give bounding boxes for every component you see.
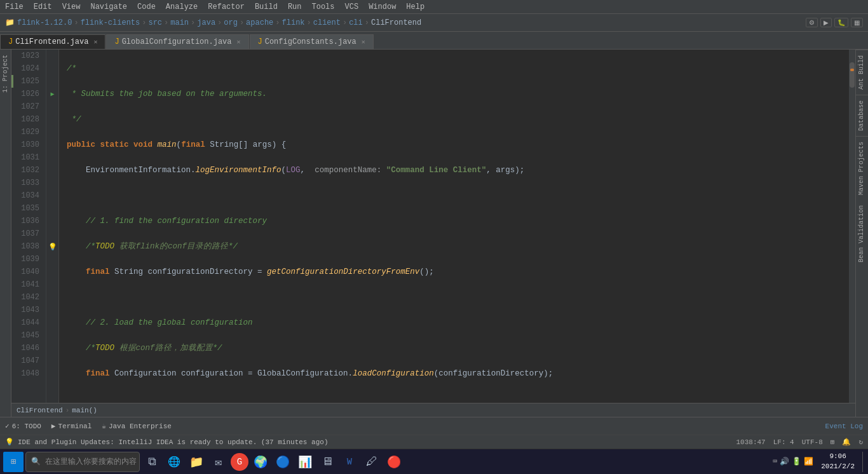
tab-configconstants-label: ConfigConstants.java (265, 37, 356, 46)
breadcrumb-main[interactable]: main (170, 18, 189, 27)
tab-clifrontend[interactable]: J CliFrontend.java ✕ (0, 34, 105, 49)
editor-breadcrumb-method[interactable]: main() (72, 407, 97, 414)
taskbar-search[interactable]: 🔍 在这里输入你要搜索的内容 (25, 452, 140, 472)
taskbar-browser2[interactable]: 🔵 (273, 452, 293, 472)
breadcrumb-apache[interactable]: apache (246, 18, 273, 27)
tab-configconstants-close[interactable]: ✕ (362, 38, 365, 46)
taskbar-start[interactable]: ⊞ (3, 452, 24, 472)
code-line-1032 (64, 291, 849, 304)
toolbar-run-btn[interactable]: ▶ (820, 18, 832, 27)
tab-globalconfig-close[interactable]: ✕ (236, 38, 240, 46)
tray-icon3[interactable]: 🔋 (792, 457, 801, 466)
code-line-1030: /*TODO 获取flink的conf目录的路径*/ (64, 240, 849, 253)
warning-icon[interactable]: 💡 (48, 243, 57, 251)
menu-window[interactable]: Window (363, 1, 401, 13)
breadcrumb-class[interactable]: CliFrontend (371, 18, 421, 27)
taskbar: ⊞ 🔍 在这里输入你要搜索的内容 ⧉ 🌐 📁 ✉ G 🌍 🔵 📊 🖥 W 🖊 🔴… (0, 449, 868, 474)
menu-run[interactable]: Run (283, 1, 307, 13)
right-panel-strip: Ant Build Database Maven Projects Bean V… (855, 50, 868, 417)
terminal-icon: ▶ (51, 422, 56, 430)
tray-icon1[interactable]: ⌨ (773, 457, 777, 466)
code-text[interactable]: /* * Submits the job based on the argume… (59, 50, 849, 403)
taskbar-chrome[interactable]: 🌐 (164, 452, 184, 472)
right-panel-ant[interactable]: Ant Build (856, 50, 868, 95)
breadcrumb-java[interactable]: java (197, 18, 215, 27)
taskbar-app3[interactable]: 🖊 (362, 452, 382, 472)
show-desktop-btn[interactable] (862, 452, 865, 472)
taskbar-g[interactable]: G (231, 453, 248, 471)
toolbar-build-btn[interactable]: ⚙ (806, 18, 818, 27)
tab-configconstants-icon: J (258, 37, 262, 46)
code-line-1034: /*TODO 根据conf路径，加载配置*/ (64, 342, 849, 355)
java-enterprise-icon: ☕ (102, 422, 106, 430)
taskbar-files[interactable]: 📁 (186, 452, 207, 472)
event-log-link[interactable]: Event Log (825, 423, 863, 430)
editor-main[interactable]: 1023 1024 1025 1026 1027 1028 1029 1030 … (11, 50, 855, 417)
menu-file[interactable]: File (0, 1, 29, 13)
tool-java-enterprise[interactable]: ☕ Java Enterprise (102, 422, 172, 430)
menu-analyze[interactable]: Analyze (161, 1, 203, 13)
tab-configconstants[interactable]: J ConfigConstants.java ✕ (250, 34, 374, 49)
icon-gutter: ▶ 💡 (46, 50, 59, 403)
menu-view[interactable]: View (57, 1, 86, 13)
menu-bar: File Edit View Navigate Code Analyze Ref… (0, 0, 868, 14)
main-layout: 1: Project 1023 1024 1025 1026 1027 1028… (0, 50, 868, 417)
run-arrow-icon[interactable]: ▶ (50, 90, 54, 98)
breadcrumb-cli[interactable]: cli (349, 18, 363, 27)
breadcrumb-project[interactable]: flink-1.12.0 (17, 18, 72, 27)
tab-globalconfig[interactable]: J GlobalConfiguration.java ✕ (106, 34, 248, 49)
notification-icons: 🔔 (842, 438, 851, 446)
taskbar-app1[interactable]: 📊 (295, 452, 315, 472)
menu-tools[interactable]: Tools (307, 1, 340, 13)
code-line-1023: /* (64, 62, 849, 75)
code-line-1024: * Submits the job based on the arguments… (64, 88, 849, 100)
tray-icon4[interactable]: 📶 (804, 457, 813, 466)
tab-clifrontend-close[interactable]: ✕ (93, 38, 97, 46)
taskbar-browser[interactable]: 🌍 (250, 452, 271, 472)
menu-edit[interactable]: Edit (29, 1, 57, 13)
ide-icon: 💡 (5, 438, 14, 446)
right-panel-bean[interactable]: Bean Validation (856, 200, 868, 267)
menu-refactor[interactable]: Refactor (203, 1, 250, 13)
left-panel-project[interactable]: 1: Project (0, 50, 11, 98)
menu-vcs[interactable]: VCS (340, 1, 364, 13)
toolbar-debug-btn[interactable]: 🐛 (834, 18, 848, 27)
code-line-1026: public static void main(final String[] a… (64, 139, 849, 151)
tool-todo[interactable]: ✓ 6: TODO (5, 422, 41, 430)
tray-icon2[interactable]: 🔊 (780, 457, 789, 466)
taskbar-clock[interactable]: 9:06 2021/2/2 (821, 452, 855, 471)
scrollbar-thumb[interactable] (850, 62, 855, 88)
taskbar-taskview[interactable]: ⧉ (142, 452, 162, 472)
code-line-1027: EnvironmentInformation.logEnvironmentInf… (64, 164, 849, 177)
code-line-1036 (64, 393, 849, 403)
tool-terminal[interactable]: ▶ Terminal (51, 422, 92, 430)
breadcrumb-module[interactable]: flink-clients (81, 18, 140, 27)
right-panel-maven[interactable]: Maven Projects (856, 136, 868, 200)
toolbar-grid-btn[interactable]: ▦ (851, 18, 863, 27)
taskbar-word[interactable]: W (339, 452, 360, 472)
notification-text: IDE and Plugin Updates: IntelliJ IDEA is… (18, 438, 328, 446)
line-numbers: 1023 1024 1025 1026 1027 1028 1029 1030 … (11, 50, 46, 403)
menu-help[interactable]: Help (401, 1, 430, 13)
breadcrumb-client[interactable]: client (313, 18, 341, 27)
code-line-1031: final String configurationDirectory = ge… (64, 266, 849, 278)
todo-icon: ✓ (5, 422, 10, 430)
menu-build[interactable]: Build (250, 1, 283, 13)
menu-code[interactable]: Code (132, 1, 161, 13)
breadcrumb-flink[interactable]: flink (282, 18, 305, 27)
breadcrumb-org[interactable]: org (224, 18, 238, 27)
menu-navigate[interactable]: Navigate (85, 1, 132, 13)
breadcrumb-src[interactable]: src (148, 18, 162, 27)
taskbar-mail[interactable]: ✉ (208, 452, 229, 472)
taskbar-app4[interactable]: 🔴 (384, 452, 404, 472)
scrollbar-vertical[interactable] (849, 50, 855, 403)
editor-breadcrumb-class[interactable]: CliFrontend (17, 407, 63, 414)
code-line-1028 (64, 189, 849, 202)
notification-bar: 💡 IDE and Plugin Updates: IntelliJ IDEA … (0, 435, 868, 449)
line-feed: LF: 4 (773, 438, 794, 446)
code-line-1029: // 1. find the configuration directory (64, 215, 849, 227)
scrollbar-marker-orange (850, 69, 854, 71)
right-panel-database[interactable]: Database (856, 95, 868, 136)
tab-clifrontend-label: CliFrontend.java (15, 37, 88, 46)
taskbar-app2[interactable]: 🖥 (317, 452, 337, 472)
